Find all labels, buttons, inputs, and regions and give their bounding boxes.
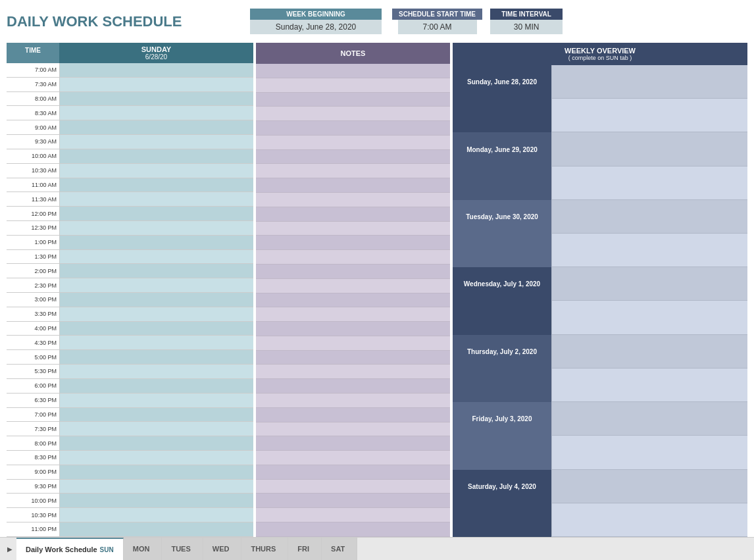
notes-row[interactable]	[256, 436, 450, 451]
day-cell[interactable]	[59, 264, 253, 278]
day-cell[interactable]	[59, 63, 253, 78]
notes-row[interactable]	[256, 351, 450, 365]
weekly-day-cell[interactable]	[551, 369, 747, 402]
notes-row[interactable]	[256, 136, 450, 150]
notes-row[interactable]	[256, 250, 450, 265]
notes-row[interactable]	[256, 150, 450, 165]
weekly-day-cell[interactable]	[551, 503, 747, 537]
day-cell[interactable]	[59, 379, 253, 394]
weekly-day-cell[interactable]	[551, 267, 747, 301]
day-cell[interactable]	[59, 135, 253, 149]
day-cell[interactable]	[59, 508, 253, 522]
day-cell[interactable]	[59, 78, 253, 92]
day-cell[interactable]	[59, 350, 253, 365]
notes-row[interactable]	[256, 480, 450, 494]
tab-sun[interactable]: Daily Work Schedule SUN	[16, 538, 124, 560]
day-cell[interactable]	[59, 120, 253, 135]
week-beginning-value[interactable]: Sunday, June 28, 2020	[250, 20, 382, 34]
weekly-day-cell[interactable]	[551, 402, 747, 436]
tab-tues[interactable]: TUES	[162, 538, 203, 560]
day-cell[interactable]	[59, 408, 253, 422]
notes-row[interactable]	[256, 494, 450, 508]
time-interval-value[interactable]: 30 MIN	[490, 20, 563, 34]
header-controls: WEEK BEGINNING Sunday, June 28, 2020 SCH…	[250, 9, 747, 34]
weekly-day-cell[interactable]	[551, 200, 747, 234]
tab-fri[interactable]: FRI	[288, 538, 322, 560]
time-col-header: TIME	[7, 43, 59, 63]
day-cell[interactable]	[59, 293, 253, 307]
schedule-start-value[interactable]: 7:00 AM	[398, 20, 477, 34]
tab-wed[interactable]: WED	[203, 538, 242, 560]
day-cell[interactable]	[59, 92, 253, 107]
weekly-day-cell[interactable]	[551, 99, 747, 132]
schedule-rows: 7:00 AM7:30 AM8:00 AM8:30 AM9:00 AM9:30 …	[7, 63, 253, 537]
notes-row[interactable]	[256, 408, 450, 422]
day-cell[interactable]	[59, 178, 253, 193]
notes-row[interactable]	[256, 222, 450, 236]
day-cell[interactable]	[59, 365, 253, 379]
tab-thurs[interactable]: THURS	[241, 538, 288, 560]
notes-row[interactable]	[256, 293, 450, 308]
day-cell[interactable]	[59, 522, 253, 537]
schedule-start-block: SCHEDULE START TIME 7:00 AM	[392, 9, 482, 34]
notes-row[interactable]	[256, 279, 450, 293]
tab-mon[interactable]: MON	[124, 538, 163, 560]
weekly-day-cell[interactable]	[551, 335, 747, 369]
notes-row[interactable]	[256, 322, 450, 336]
notes-row[interactable]	[256, 64, 450, 78]
week-beginning-block: WEEK BEGINNING Sunday, June 28, 2020	[250, 9, 382, 34]
weekly-day-cell[interactable]	[551, 436, 747, 469]
notes-row[interactable]	[256, 93, 450, 107]
day-cell[interactable]	[59, 451, 253, 465]
time-cell: 6:30 PM	[7, 394, 59, 408]
day-cell[interactable]	[59, 480, 253, 494]
weekly-day-cell[interactable]	[551, 166, 747, 200]
notes-row[interactable]	[256, 336, 450, 351]
notes-row[interactable]	[256, 307, 450, 322]
weekly-day-cell[interactable]	[551, 301, 747, 334]
weekly-day-cell[interactable]	[551, 132, 747, 166]
day-cell[interactable]	[59, 236, 253, 250]
notes-row[interactable]	[256, 465, 450, 480]
weekly-day-row	[453, 369, 747, 402]
day-cell[interactable]	[59, 494, 253, 508]
day-cell[interactable]	[59, 278, 253, 293]
notes-row[interactable]	[256, 193, 450, 207]
notes-row[interactable]	[256, 78, 450, 93]
day-cell[interactable]	[59, 164, 253, 178]
day-cell[interactable]	[59, 436, 253, 451]
schedule-row: 7:30 PM	[7, 422, 253, 436]
day-cell[interactable]	[59, 207, 253, 221]
day-cell[interactable]	[59, 322, 253, 336]
day-cell[interactable]	[59, 465, 253, 480]
notes-row[interactable]	[256, 107, 450, 121]
day-cell[interactable]	[59, 149, 253, 164]
notes-row[interactable]	[256, 178, 450, 193]
day-cell[interactable]	[59, 307, 253, 322]
notes-row[interactable]	[256, 422, 450, 437]
day-cell[interactable]	[59, 192, 253, 207]
notes-row[interactable]	[256, 236, 450, 250]
notes-row[interactable]	[256, 522, 450, 537]
notes-row[interactable]	[256, 265, 450, 279]
tab-sat[interactable]: SAT	[322, 538, 357, 560]
notes-row[interactable]	[256, 121, 450, 136]
day-cell[interactable]	[59, 250, 253, 265]
day-cell[interactable]	[59, 394, 253, 408]
schedule-row: 11:30 AM	[7, 192, 253, 207]
weekly-day-cell[interactable]	[551, 65, 747, 99]
weekly-day-cell[interactable]	[551, 234, 747, 267]
notes-row[interactable]	[256, 508, 450, 522]
weekly-day-cell[interactable]	[551, 470, 747, 503]
day-cell[interactable]	[59, 106, 253, 120]
notes-row[interactable]	[256, 164, 450, 178]
day-cell[interactable]	[59, 336, 253, 350]
day-cell[interactable]	[59, 422, 253, 436]
notes-row[interactable]	[256, 394, 450, 408]
tab-nav-left[interactable]: ▶	[3, 538, 16, 560]
notes-row[interactable]	[256, 379, 450, 394]
notes-row[interactable]	[256, 365, 450, 379]
day-cell[interactable]	[59, 221, 253, 236]
notes-row[interactable]	[256, 451, 450, 465]
notes-row[interactable]	[256, 207, 450, 222]
